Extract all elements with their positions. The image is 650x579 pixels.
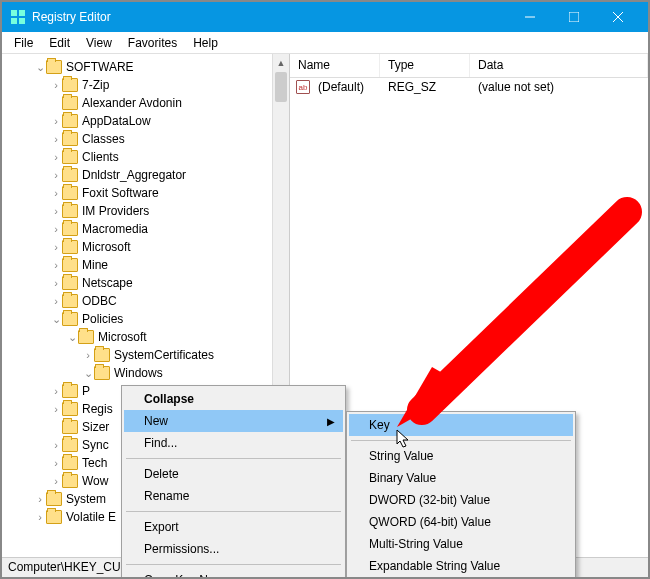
- folder-icon: [62, 222, 78, 236]
- maximize-button[interactable]: [552, 2, 596, 32]
- expand-icon[interactable]: ›: [50, 205, 62, 217]
- menu-favorites[interactable]: Favorites: [120, 34, 185, 52]
- folder-icon: [62, 312, 78, 326]
- tree-item-label: System: [66, 492, 106, 506]
- folder-icon: [94, 366, 110, 380]
- tree-item[interactable]: ›Mine: [2, 256, 289, 274]
- tree-item-label: Regis: [82, 402, 113, 416]
- col-name[interactable]: Name: [290, 54, 380, 77]
- expand-icon[interactable]: ›: [34, 511, 46, 523]
- scroll-thumb[interactable]: [275, 72, 287, 102]
- tree-item[interactable]: ›Foxit Software: [2, 184, 289, 202]
- expand-icon[interactable]: ›: [50, 169, 62, 181]
- tree-item[interactable]: ›SystemCertificates: [2, 346, 289, 364]
- list-header: Name Type Data: [290, 54, 648, 78]
- expand-icon[interactable]: ›: [50, 475, 62, 487]
- tree-item-label: Sync: [82, 438, 109, 452]
- folder-icon: [62, 132, 78, 146]
- folder-icon: [62, 204, 78, 218]
- tree-item[interactable]: ⌄Microsoft: [2, 328, 289, 346]
- collapse-icon[interactable]: ⌄: [50, 313, 62, 326]
- tree-item[interactable]: ⌄Windows: [2, 364, 289, 382]
- ctx-new-multistring[interactable]: Multi-String Value: [349, 533, 573, 555]
- tree-item[interactable]: ›Dnldstr_Aggregator: [2, 166, 289, 184]
- expand-icon[interactable]: ›: [50, 241, 62, 253]
- app-icon: [10, 9, 26, 25]
- expand-icon[interactable]: ›: [82, 349, 94, 361]
- tree-item-label: Alexander Avdonin: [82, 96, 182, 110]
- expand-icon[interactable]: ›: [50, 457, 62, 469]
- tree-item[interactable]: ›ODBC: [2, 292, 289, 310]
- svg-rect-3: [19, 18, 25, 24]
- ctx-find[interactable]: Find...: [124, 432, 343, 454]
- expand-icon[interactable]: ›: [50, 385, 62, 397]
- expand-icon[interactable]: ›: [50, 223, 62, 235]
- tree-item-label: AppDataLow: [82, 114, 151, 128]
- ctx-new-expandstring[interactable]: Expandable String Value: [349, 555, 573, 577]
- expand-icon[interactable]: ›: [50, 277, 62, 289]
- tree-item-label: ODBC: [82, 294, 117, 308]
- expand-icon[interactable]: ›: [50, 259, 62, 271]
- scroll-up-button[interactable]: ▲: [273, 54, 289, 71]
- ctx-copy-key-name[interactable]: Copy Key Name: [124, 569, 343, 579]
- ctx-new-dword[interactable]: DWORD (32-bit) Value: [349, 489, 573, 511]
- tree-item-label: Microsoft: [98, 330, 147, 344]
- expand-icon[interactable]: ›: [50, 403, 62, 415]
- folder-icon: [62, 96, 78, 110]
- tree-item[interactable]: ›7-Zip: [2, 76, 289, 94]
- tree-item-label: Classes: [82, 132, 125, 146]
- tree-item[interactable]: ⌄SOFTWARE: [2, 58, 289, 76]
- tree-item[interactable]: ›Microsoft: [2, 238, 289, 256]
- svg-rect-5: [569, 12, 579, 22]
- tree-item[interactable]: ⌄Policies: [2, 310, 289, 328]
- collapse-icon[interactable]: ⌄: [82, 367, 94, 380]
- ctx-collapse[interactable]: Collapse: [124, 388, 343, 410]
- expand-icon[interactable]: ›: [50, 79, 62, 91]
- ctx-rename[interactable]: Rename: [124, 485, 343, 507]
- close-button[interactable]: [596, 2, 640, 32]
- separator: [126, 511, 341, 512]
- ctx-new-string[interactable]: String Value: [349, 445, 573, 467]
- ctx-new[interactable]: New ▶: [124, 410, 343, 432]
- menu-help[interactable]: Help: [185, 34, 226, 52]
- expand-icon[interactable]: ›: [50, 115, 62, 127]
- minimize-button[interactable]: [508, 2, 552, 32]
- tree-item-label: Windows: [114, 366, 163, 380]
- svg-rect-0: [11, 10, 17, 16]
- expand-icon[interactable]: ›: [50, 151, 62, 163]
- expand-icon[interactable]: ›: [34, 493, 46, 505]
- ctx-permissions[interactable]: Permissions...: [124, 538, 343, 560]
- tree-item-label: IM Providers: [82, 204, 149, 218]
- col-data[interactable]: Data: [470, 54, 648, 77]
- collapse-icon[interactable]: ⌄: [34, 61, 46, 74]
- window-title: Registry Editor: [32, 10, 508, 24]
- menu-edit[interactable]: Edit: [41, 34, 78, 52]
- tree-item-label: SOFTWARE: [66, 60, 134, 74]
- tree-item[interactable]: Alexander Avdonin: [2, 94, 289, 112]
- expand-icon[interactable]: ›: [50, 133, 62, 145]
- collapse-icon[interactable]: ⌄: [66, 331, 78, 344]
- expand-icon[interactable]: ›: [50, 187, 62, 199]
- tree-item[interactable]: ›AppDataLow: [2, 112, 289, 130]
- folder-icon: [62, 438, 78, 452]
- menu-file[interactable]: File: [6, 34, 41, 52]
- list-row[interactable]: ab (Default) REG_SZ (value not set): [290, 78, 648, 96]
- tree-item[interactable]: ›IM Providers: [2, 202, 289, 220]
- tree-item[interactable]: ›Classes: [2, 130, 289, 148]
- tree-item[interactable]: ›Macromedia: [2, 220, 289, 238]
- folder-icon: [46, 60, 62, 74]
- ctx-export[interactable]: Export: [124, 516, 343, 538]
- ctx-new-key[interactable]: Key: [349, 414, 573, 436]
- menu-view[interactable]: View: [78, 34, 120, 52]
- tree-item[interactable]: ›Netscape: [2, 274, 289, 292]
- ctx-delete[interactable]: Delete: [124, 463, 343, 485]
- col-type[interactable]: Type: [380, 54, 470, 77]
- folder-icon: [62, 384, 78, 398]
- ctx-new-binary[interactable]: Binary Value: [349, 467, 573, 489]
- ctx-new-qword[interactable]: QWORD (64-bit) Value: [349, 511, 573, 533]
- tree-item-label: Sizer: [82, 420, 109, 434]
- tree-item-label: SystemCertificates: [114, 348, 214, 362]
- expand-icon[interactable]: ›: [50, 295, 62, 307]
- expand-icon[interactable]: ›: [50, 439, 62, 451]
- tree-item[interactable]: ›Clients: [2, 148, 289, 166]
